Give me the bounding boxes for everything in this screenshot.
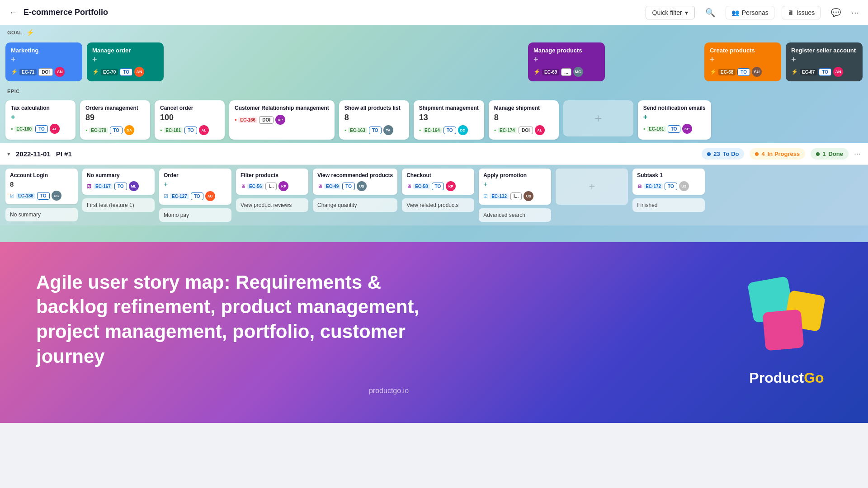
- shape-pink: [762, 309, 804, 351]
- epic-card-manage-shipment[interactable]: Manage shipment 8 ▪ EC-174 DOI AL: [489, 100, 559, 140]
- story-col-account-login: Account Login 8 ☑ EC-186 TO US No summar…: [5, 169, 78, 222]
- story-col-checkout: Checkout 🖥 EC-58 TO KP View related prod…: [402, 169, 474, 222]
- epic-card-crm[interactable]: Customer Relationship management ▪ EC-16…: [229, 100, 335, 140]
- chat-button[interactable]: 💬: [828, 5, 844, 21]
- story-card-advanced-search[interactable]: Advanced search: [479, 208, 551, 222]
- avatar: SU: [752, 67, 762, 77]
- story-card-related-products[interactable]: View related products: [402, 198, 474, 212]
- back-button[interactable]: ←: [9, 7, 18, 18]
- avatar: AN: [134, 67, 144, 77]
- epic-card-shipment[interactable]: Shipment management 13 ▪ EC-164 TO DD: [414, 100, 484, 140]
- story-card-change-quantity[interactable]: Change quantity: [313, 198, 397, 212]
- promo-section: Agile user story map: Requirements & bac…: [0, 242, 868, 423]
- goal-row: Marketing + ⚡ EC-71 DOI AN Manage order …: [0, 40, 868, 85]
- promo-url: productgo.io: [36, 387, 741, 395]
- pi-date: 2022-11-01: [16, 150, 51, 158]
- pi-label: PI #1: [56, 150, 72, 158]
- board-area: GOAL ⚡ Marketing + ⚡ EC-71 DOI AN Manage…: [0, 25, 868, 242]
- pi-row: ▾ 2022-11-01 PI #1 23 To Do 4 In Progres…: [0, 143, 868, 165]
- story-col-placeholder: +: [556, 169, 628, 222]
- story-col-filter-products: Filter products 🖥 EC-56 I... KP View pro…: [236, 169, 308, 222]
- promo-logo: ProductGo: [741, 279, 832, 386]
- avatar: AN: [55, 67, 65, 77]
- story-col-apply-promotion: Apply promotion + ☑ EC-132 I... US Advan…: [479, 169, 551, 222]
- story-card-checkout[interactable]: Checkout 🖥 EC-58 TO KP: [402, 169, 474, 195]
- issues-button[interactable]: 🖥 Issues: [782, 6, 821, 19]
- epic-card-products-list[interactable]: Show all products list 8 ▪ EC-163 TO TA: [339, 100, 409, 140]
- story-card-filter-products[interactable]: Filter products 🖥 EC-56 I... KP: [236, 169, 308, 195]
- promo-shapes: [741, 279, 832, 361]
- pi-more-button[interactable]: ···: [854, 149, 861, 159]
- app-header: ← E-commerce Portfolio Quick filter ▾ 🔍 …: [0, 0, 868, 25]
- story-card-no-summary-1[interactable]: No summary: [5, 208, 78, 221]
- story-col-no-summary: No summary 🖼 EC-167 TO ML First test (fe…: [82, 169, 155, 222]
- story-card-order[interactable]: Order + ☑ EC-127 TO AU: [159, 169, 231, 205]
- epic-section-header: EPIC: [0, 85, 868, 98]
- story-col-recommended: View recommended products 🖥 EC-49 TO US …: [313, 169, 397, 222]
- story-card-no-summary-main[interactable]: No summary 🖼 EC-167 TO ML: [82, 169, 155, 195]
- quick-filter-button[interactable]: Quick filter ▾: [646, 6, 695, 19]
- epic-card-cancel[interactable]: Cancel order 100 ▪ EC-181 TO AL: [155, 100, 225, 140]
- story-card-product-reviews[interactable]: View product reviews: [236, 198, 308, 212]
- goal-card-manage-order[interactable]: Manage order + ⚡ EC-70 TO AN: [87, 42, 164, 81]
- story-card-recommended[interactable]: View recommended products 🖥 EC-49 TO US: [313, 169, 397, 195]
- promo-tagline: Agile user story map: Requirements & bac…: [36, 270, 443, 369]
- pi-todo-badge[interactable]: 23 To Do: [702, 148, 744, 160]
- story-card-account-login[interactable]: Account Login 8 ☑ EC-186 TO US: [5, 169, 78, 204]
- goal-card-marketing[interactable]: Marketing + ⚡ EC-71 DOI AN: [5, 42, 82, 81]
- goal-card-register-seller[interactable]: Register seller account + ⚡ EC-67 TO AN: [786, 42, 863, 81]
- avatar: AN: [833, 67, 843, 77]
- epic-card-tax[interactable]: Tax calculation + ▪ EC-180 TO AL: [5, 100, 75, 140]
- header-actions: Quick filter ▾ 🔍 👥 Personas 🖥 Issues 💬 ·…: [646, 5, 859, 21]
- epic-card-orders[interactable]: Orders management 89 ▪ EC-179 TO DA: [80, 100, 150, 140]
- story-card-first-test[interactable]: First test (feature 1): [82, 198, 155, 212]
- story-card-subtask[interactable]: Subtask 1 🖥 EC-172 TO US: [632, 169, 705, 195]
- search-button[interactable]: 🔍: [702, 5, 718, 21]
- story-col-subtask: Subtask 1 🖥 EC-172 TO US Finished: [632, 169, 705, 222]
- page-title: E-commerce Portfolio: [24, 8, 646, 17]
- epic-placeholder[interactable]: +: [563, 100, 633, 136]
- goal-card-create-products[interactable]: Create products + ⚡ EC-68 TO SU: [704, 42, 781, 81]
- story-placeholder[interactable]: +: [556, 169, 628, 205]
- story-card-momo-pay[interactable]: Momo pay: [159, 208, 231, 222]
- personas-button[interactable]: 👥 Personas: [726, 6, 774, 19]
- goal-section-header: GOAL ⚡: [0, 25, 868, 40]
- promo-text: Agile user story map: Requirements & bac…: [36, 270, 741, 395]
- epic-row: Tax calculation + ▪ EC-180 TO AL Orders …: [0, 98, 868, 143]
- more-button[interactable]: ···: [851, 7, 859, 18]
- avatar: MG: [573, 67, 583, 77]
- story-card-apply-promotion[interactable]: Apply promotion + ☑ EC-132 I... US: [479, 169, 551, 205]
- goal-card-manage-products[interactable]: Manage products + ⚡ EC-69 ... MG: [528, 42, 605, 81]
- pi-inprog-badge[interactable]: 4 In Progress: [750, 148, 805, 160]
- pi-chevron[interactable]: ▾: [7, 150, 10, 157]
- filter-icon[interactable]: ⚡: [26, 29, 34, 36]
- story-card-finished[interactable]: Finished: [632, 198, 705, 212]
- promo-brand: ProductGo: [749, 370, 824, 386]
- story-row: Account Login 8 ☑ EC-186 TO US No summar…: [0, 165, 868, 225]
- pi-done-badge[interactable]: 1 Done: [811, 148, 849, 160]
- story-col-order: Order + ☑ EC-127 TO AU Momo pay: [159, 169, 231, 222]
- epic-card-notifications[interactable]: Send notification emails + ▪ EC-161 TO K…: [638, 100, 711, 140]
